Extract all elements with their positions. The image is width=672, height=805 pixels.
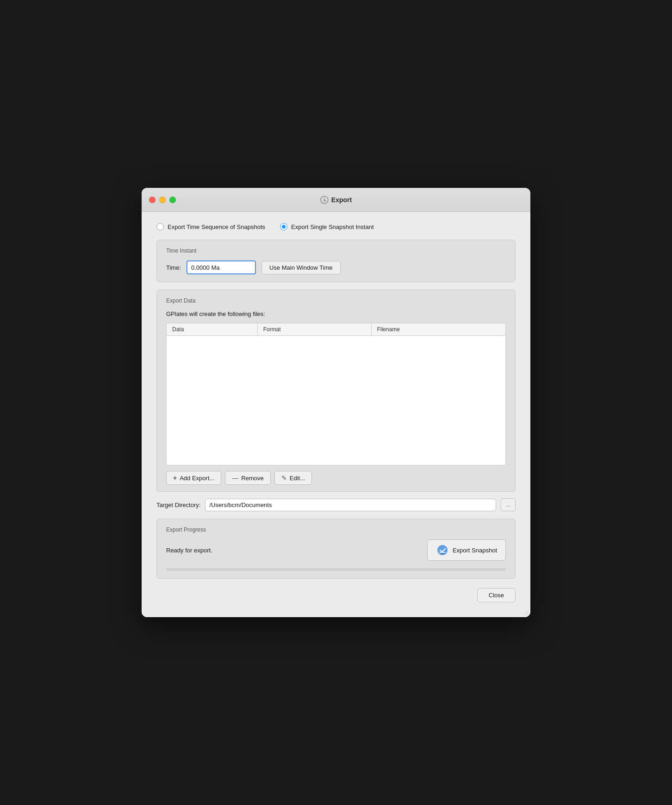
radio-circle-2[interactable]	[280, 223, 287, 230]
time-row: Time: ▲ ▼ Use Main Window Time	[166, 260, 506, 274]
add-export-label: Add Export...	[180, 475, 214, 482]
export-snapshot-label: Export Snapshot	[453, 547, 497, 554]
gplates-description: GPlates will create the following files:	[166, 310, 506, 317]
export-data-title: Export Data	[166, 297, 506, 304]
action-buttons: + Add Export... — Remove ✎ Edit...	[166, 471, 506, 485]
export-progress-title: Export Progress	[166, 526, 506, 533]
status-text: Ready for export.	[166, 547, 212, 554]
edit-icon: ✎	[281, 474, 287, 482]
time-label: Time:	[166, 264, 181, 271]
time-instant-title: Time Instant	[166, 248, 506, 254]
radio-option2[interactable]: Export Single Snapshot Instant	[280, 223, 374, 230]
progress-bar-container	[166, 568, 506, 571]
target-directory-row: Target Directory: ...	[156, 498, 516, 511]
svg-rect-2	[441, 553, 444, 554]
export-progress-section: Export Progress Ready for export. Export…	[156, 519, 516, 579]
footer-row: Close	[156, 588, 516, 604]
col-format-header: Format	[257, 323, 371, 336]
svg-line-4	[525, 612, 529, 615]
svg-line-5	[527, 613, 529, 615]
radio-row: Export Time Sequence of Snapshots Export…	[156, 223, 516, 230]
window-content: Export Time Sequence of Snapshots Export…	[142, 212, 530, 617]
target-directory-label: Target Directory:	[156, 502, 200, 508]
minimize-traffic-light[interactable]	[159, 197, 166, 203]
edit-button[interactable]: ✎ Edit...	[274, 471, 312, 485]
radio-label-1: Export Time Sequence of Snapshots	[168, 223, 265, 230]
radio-label-2: Export Single Snapshot Instant	[291, 223, 374, 230]
table-empty-row	[167, 336, 506, 465]
maximize-traffic-light[interactable]	[169, 197, 176, 203]
close-traffic-light[interactable]	[149, 197, 156, 203]
progress-row: Ready for export. Export Snapshot	[166, 539, 506, 561]
remove-button[interactable]: — Remove	[225, 471, 270, 485]
radio-option1[interactable]: Export Time Sequence of Snapshots	[156, 223, 265, 230]
edit-label: Edit...	[290, 475, 305, 482]
add-icon: +	[173, 474, 177, 482]
time-input-wrapper: ▲ ▼	[187, 260, 256, 274]
snapshot-icon	[436, 544, 449, 557]
table-empty-cell	[167, 336, 506, 465]
time-input[interactable]	[187, 262, 256, 273]
table-header-row: Data Format Filename	[167, 323, 506, 336]
col-data-header: Data	[167, 323, 258, 336]
add-export-button[interactable]: + Add Export...	[166, 471, 221, 485]
target-directory-input[interactable]	[205, 499, 496, 511]
time-instant-section: Time Instant Time: ▲ ▼ Use Main Window T…	[156, 240, 516, 282]
browse-button[interactable]: ...	[501, 498, 516, 511]
resize-handle[interactable]	[522, 609, 529, 615]
window-title-icon	[320, 196, 329, 204]
close-button[interactable]: Close	[477, 588, 516, 602]
export-snapshot-button[interactable]: Export Snapshot	[427, 539, 506, 561]
export-file-table: Data Format Filename	[166, 323, 506, 465]
title-bar: Export	[142, 188, 530, 212]
remove-label: Remove	[241, 475, 263, 482]
window-title-area: Export	[320, 196, 352, 204]
use-main-window-time-button[interactable]: Use Main Window Time	[261, 261, 341, 274]
remove-icon: —	[232, 474, 238, 482]
export-window: Export Export Time Sequence of Snapshots…	[142, 188, 530, 617]
export-data-section: Export Data GPlates will create the foll…	[156, 290, 516, 492]
traffic-lights	[149, 197, 176, 203]
col-filename-header: Filename	[371, 323, 505, 336]
radio-circle-1[interactable]	[156, 223, 164, 230]
window-title: Export	[331, 196, 352, 204]
